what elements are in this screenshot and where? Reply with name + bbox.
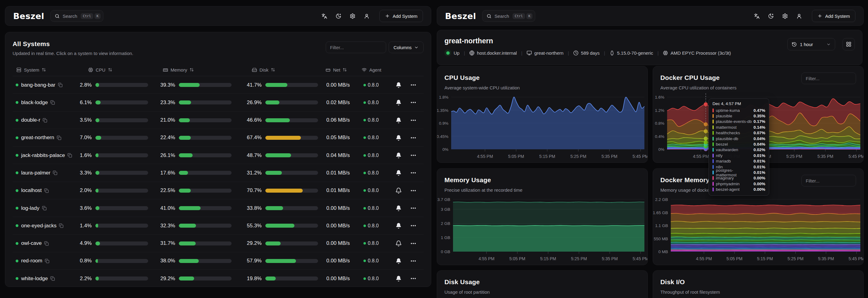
copy-icon[interactable] — [43, 118, 47, 123]
row-actions-icon[interactable] — [410, 199, 416, 217]
system-row-great-northern[interactable]: great-northern 7.0% 22.4% 67.4% 0.05 MB/… — [12, 129, 424, 146]
bell-icon[interactable] — [395, 235, 402, 252]
bell-icon[interactable] — [395, 270, 402, 287]
bell-icon[interactable] — [395, 94, 402, 111]
bell-icon[interactable] — [395, 164, 402, 182]
copy-icon[interactable] — [44, 188, 49, 193]
system-row-black-lodge[interactable]: black-lodge 6.1% 23.3% 26.9% 0.02 MB/s 0… — [12, 94, 424, 111]
row-actions-icon[interactable] — [410, 270, 416, 287]
bell-icon[interactable] — [395, 76, 402, 94]
memory-percent: 38.0% — [154, 252, 175, 270]
column-header-cpu[interactable]: CPU — [88, 63, 112, 76]
cpu-meter — [95, 259, 148, 263]
net-value: 0.00 MB/s — [327, 217, 350, 235]
svg-text:0 GB: 0 GB — [441, 249, 450, 254]
system-row-bang-bang-bar[interactable]: bang-bang-bar 2.8% 39.3% 41.7% 0.00 MB/s… — [12, 76, 424, 94]
chart-subtitle: Throughput of root filesystem — [660, 290, 720, 295]
system-row-owl-cave[interactable]: owl-cave 4.9% 31.7% 29.2% 0.00 MB/s 0.8.… — [12, 235, 424, 252]
moon-icon[interactable] — [768, 13, 774, 19]
svg-text:4:55 PM: 4:55 PM — [693, 154, 709, 159]
row-actions-icon[interactable] — [410, 252, 416, 270]
disk-percent: 46.6% — [241, 111, 261, 129]
svg-text:5:15 PM: 5:15 PM — [539, 154, 555, 159]
column-header-agent[interactable]: Agent — [362, 63, 381, 76]
chevron-down-icon — [414, 45, 418, 50]
row-actions-icon[interactable] — [410, 76, 416, 94]
settings-icon[interactable] — [350, 13, 355, 19]
memory-percent: 41.0% — [154, 199, 175, 217]
status-dot — [16, 270, 19, 287]
chart-plot-cpu[interactable]: 1.8%1.35%0.9%0.45%0%4:55 PM5:05 PM5:15 P… — [437, 66, 648, 163]
column-header-memory[interactable]: Memory — [163, 63, 194, 76]
filter-input[interactable] — [326, 42, 386, 53]
system-name: owl-cave — [21, 235, 49, 252]
languages-icon[interactable] — [754, 13, 760, 19]
column-header-net[interactable]: Net — [326, 63, 347, 76]
layers-icon — [16, 67, 22, 73]
beszel-logo[interactable]: Beszel — [13, 11, 44, 21]
system-row-localhost[interactable]: localhost 2.0% 22.5% 70.7% 0.01 MB/s 0.8… — [12, 182, 424, 199]
bell-icon[interactable] — [395, 252, 402, 270]
column-header-disk[interactable]: Disk — [252, 63, 275, 76]
moon-icon[interactable] — [336, 13, 341, 19]
row-actions-icon[interactable] — [410, 182, 416, 199]
row-actions-icon[interactable] — [410, 94, 416, 111]
settings-icon[interactable] — [782, 13, 788, 19]
memory-meter — [179, 101, 231, 105]
bell-icon[interactable] — [395, 217, 402, 235]
system-row-laura-palmer[interactable]: laura-palmer 3.3% 17.6% 31.2% 0.01 MB/s … — [12, 164, 424, 182]
time-range-select[interactable]: 1 hour — [787, 38, 835, 50]
svg-text:1.65 GB: 1.65 GB — [653, 211, 668, 215]
row-actions-icon[interactable] — [410, 146, 416, 164]
system-row-red-room[interactable]: red-room 0.8% 38.0% 57.9% 0.00 MB/s 0.8.… — [12, 252, 424, 270]
copy-icon[interactable] — [53, 170, 57, 175]
copy-icon[interactable] — [45, 259, 50, 263]
copy-icon[interactable] — [59, 223, 63, 228]
bell-icon[interactable] — [395, 199, 402, 217]
system-name: log-lady — [21, 199, 46, 217]
beszel-logo[interactable]: Beszel — [445, 11, 476, 21]
row-actions-icon[interactable] — [410, 164, 416, 182]
bell-icon[interactable] — [395, 111, 402, 129]
system-row-white-lodge[interactable]: white-lodge 2.2% 29.2% 19.8% 0.00 MB/s 0… — [12, 270, 424, 287]
system-name: jack-rabbits-palace — [21, 146, 72, 164]
system-row-jack-rabbits-palace[interactable]: jack-rabbits-palace 1.6% 26.1% 48.7% 0.0… — [12, 146, 424, 164]
copy-icon[interactable] — [42, 206, 46, 211]
status-chip-monitor: great-northern — [527, 50, 563, 56]
disk-meter — [265, 171, 318, 175]
memory-meter — [179, 189, 231, 193]
chart-plot-memory[interactable]: 3.7 GB3 GB2 GB1 GB0 GB4:55 PM5:05 PM5:15… — [437, 169, 648, 265]
copy-icon[interactable] — [58, 83, 63, 87]
user-icon[interactable] — [796, 13, 802, 19]
column-header-system[interactable]: System — [16, 63, 46, 76]
bell-icon[interactable] — [395, 182, 402, 199]
row-actions-icon[interactable] — [410, 235, 416, 252]
copy-icon[interactable] — [44, 241, 49, 246]
languages-icon[interactable] — [321, 13, 327, 19]
system-row-double-r[interactable]: double-r 3.5% 21.0% 46.6% 0.06 MB/s 0.8.… — [12, 111, 424, 129]
row-actions-icon[interactable] — [410, 111, 416, 129]
bell-icon[interactable] — [395, 146, 402, 164]
copy-icon[interactable] — [50, 100, 55, 105]
system-row-log-lady[interactable]: log-lady 3.6% 41.0% 33.8% 0.00 MB/s 0.8.… — [12, 199, 424, 217]
add-system-button[interactable]: Add System — [379, 10, 423, 22]
user-icon[interactable] — [364, 13, 370, 19]
navbar: Beszel Search Ctrl K Add System — [5, 6, 431, 26]
memory-meter — [179, 171, 231, 175]
bell-icon[interactable] — [395, 129, 402, 146]
tooltip-row-plausible: plausible0.35% — [713, 113, 765, 118]
add-system-button[interactable]: Add System — [812, 10, 856, 22]
row-actions-icon[interactable] — [410, 217, 416, 235]
status-chip-penguin: 5.15.0-70-generic — [610, 50, 653, 56]
search-input[interactable]: Search Ctrl K — [50, 10, 103, 22]
system-row-one-eyed-jacks[interactable]: one-eyed-jacks 1.4% 32.3% 55.3% 0.00 MB/… — [12, 217, 424, 235]
search-input[interactable]: Search Ctrl K — [482, 10, 535, 22]
copy-icon[interactable] — [57, 135, 61, 140]
row-actions-icon[interactable] — [410, 129, 416, 146]
layout-grid-button[interactable] — [842, 38, 855, 50]
net-value: 0.00 MB/s — [327, 76, 350, 94]
cpu-meter — [95, 224, 148, 228]
disk-percent: 57.9% — [241, 252, 261, 270]
copy-icon[interactable] — [50, 276, 55, 281]
columns-button[interactable]: Columns — [389, 42, 424, 53]
